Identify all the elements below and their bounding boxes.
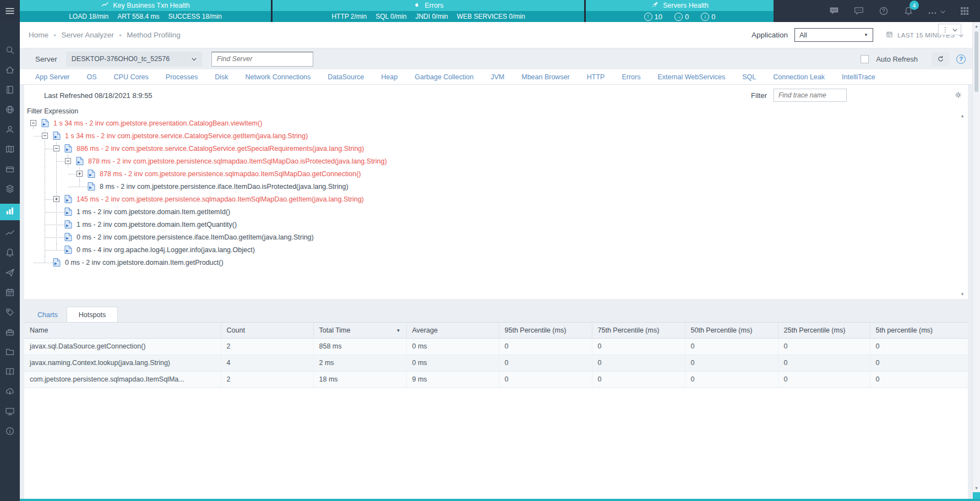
tree-node[interactable]: 0 ms - 2 inv com.jpetstore.domain.Item.g… <box>24 256 968 269</box>
scroll-down-arrow[interactable]: ▼ <box>973 486 980 490</box>
health-panel-key-business-txn-health[interactable]: Key Business Txn HealthLOAD 18/minART 55… <box>20 0 271 22</box>
column-header-5th-percentile-ms-[interactable]: 5th percentile (ms) <box>870 323 968 338</box>
tree-node[interactable]: 878 ms - 2 inv com.jpetstore.persistence… <box>24 155 968 167</box>
tab-garbage-collection[interactable]: Garbage Collection <box>415 73 473 81</box>
tab-http[interactable]: HTTP <box>587 73 605 81</box>
table-row[interactable]: com.jpetstore.persistence.sqlmapdao.Item… <box>24 371 968 388</box>
tree-node[interactable]: 145 ms - 2 inv com.jpetstore.persistence… <box>24 193 968 205</box>
refresh-button[interactable] <box>932 52 949 66</box>
sidebar-item-search[interactable] <box>0 45 20 57</box>
tab-processes[interactable]: Processes <box>166 73 198 81</box>
health-panel-errors[interactable]: ErrorsHTTP 2/minSQL 0/minJNDI 0/minWEB S… <box>273 0 584 22</box>
scrollbar-thumb[interactable] <box>974 31 978 92</box>
tab-intellitrace[interactable]: IntelliTrace <box>842 73 875 81</box>
collapse-minus-box[interactable] <box>42 133 48 139</box>
tree-node[interactable]: 0 ms - 2 inv com.jpetstore.persistence.i… <box>24 231 968 243</box>
tabs-overflow-button[interactable]: ⋮ <box>938 24 961 35</box>
tree-node[interactable]: 1 ms - 2 inv com.jpetstore.domain.Item.g… <box>24 205 968 218</box>
tree-node[interactable]: 0 ms - 4 inv org.apache.log4j.Logger.inf… <box>24 243 968 256</box>
more-options-button[interactable]: … <box>928 6 945 17</box>
collapse-minus-box[interactable] <box>53 145 59 151</box>
table-cell: 18 ms <box>313 371 406 388</box>
tree-node[interactable]: 8 ms - 2 inv com.jpetstore.persistence.i… <box>24 180 968 193</box>
sidebar-item-layers[interactable] <box>0 184 20 196</box>
column-header-count[interactable]: Count <box>221 323 313 338</box>
sidebar-item-globe[interactable] <box>0 105 20 117</box>
tab-hotspots[interactable]: Hotspots <box>67 307 118 322</box>
column-header-50th-percentile-ms-[interactable]: 50th Percentile (ms) <box>685 323 778 338</box>
tree-node[interactable]: 1 ms - 2 inv com.jpetstore.domain.Item.g… <box>24 218 968 231</box>
breadcrumb-item-home[interactable]: Home <box>29 31 48 39</box>
sidebar-item-alerts[interactable] <box>0 248 20 260</box>
table-row[interactable]: javax.sql.DataSource.getConnection()2858… <box>24 338 968 355</box>
tab-mbean-browser[interactable]: Mbean Browser <box>521 73 570 81</box>
sidebar-item-monitor[interactable] <box>0 406 20 418</box>
menu-icon[interactable] <box>0 0 20 22</box>
tab-datasource[interactable]: DataSource <box>328 73 364 81</box>
tab-network-connections[interactable]: Network Connections <box>245 73 311 81</box>
trace-filter-input[interactable] <box>774 89 847 102</box>
column-header-75th-percentile-ms-[interactable]: 75th Percentile (ms) <box>592 323 685 338</box>
tree-node[interactable]: 1 s 34 ms - 2 inv com.jpetstore.presenta… <box>24 117 968 129</box>
table-row[interactable]: javax.naming.Context.lookup(java.lang.St… <box>24 355 968 371</box>
sidebar-item-users[interactable] <box>0 124 20 137</box>
scroll-up-arrow[interactable]: ▲ <box>973 24 980 28</box>
chat-outline-icon[interactable] <box>853 6 864 17</box>
sidebar-item-send[interactable] <box>0 268 20 280</box>
sidebar-item-home[interactable] <box>0 65 20 77</box>
tab-connection-leak[interactable]: Connection Leak <box>773 73 825 81</box>
apps-grid-icon[interactable] <box>959 6 970 17</box>
help-icon[interactable] <box>878 6 889 17</box>
tab-cpu-cores[interactable]: CPU Cores <box>114 73 149 81</box>
tab-app-server[interactable]: App Server <box>35 73 70 81</box>
health-panel-servers-health[interactable]: Servers Health↑10→0↓0 <box>586 0 774 22</box>
collapse-minus-box[interactable] <box>30 120 36 126</box>
tab-charts[interactable]: Charts <box>37 308 58 322</box>
sidebar-item-info[interactable] <box>0 426 20 438</box>
collapse-minus-box[interactable] <box>65 158 71 164</box>
help-button[interactable]: ? <box>956 55 966 64</box>
page-scrollbar[interactable]: ▲ ▼ <box>972 22 980 501</box>
sidebar-item-cloud-download[interactable] <box>0 386 20 399</box>
find-server-input[interactable] <box>211 52 313 67</box>
tree-scroll-up-arrow[interactable]: ▲ <box>960 113 965 118</box>
column-header-95th-percentile-ms-[interactable]: 95th Percentile (ms) <box>499 323 592 338</box>
breadcrumb-item-server-analyzer[interactable]: Server Analyzer <box>61 31 113 39</box>
sidebar-item-catalog[interactable] <box>0 85 20 97</box>
tree-node-text: 0 ms - 2 inv com.jpetstore.persistence.i… <box>77 233 314 241</box>
sidebar-item-trend[interactable] <box>0 228 20 240</box>
tab-os[interactable]: OS <box>87 73 97 81</box>
expand-plus-box[interactable] <box>53 196 59 202</box>
server-select[interactable]: DESKTOP-376OHO0_tc_52576 <box>66 52 202 67</box>
tree-node[interactable]: 1 s 34 ms - 2 inv com.jpetstore.service.… <box>24 129 968 142</box>
notifications-bell-icon[interactable]: 4 <box>903 6 914 17</box>
sidebar-item-analytics[interactable] <box>0 204 20 220</box>
column-header-average[interactable]: Average <box>406 323 499 338</box>
sidebar-item-map[interactable] <box>0 144 20 156</box>
sidebar-item-tags[interactable] <box>0 307 20 319</box>
sidebar-item-calendar[interactable] <box>0 287 20 299</box>
sidebar-item-toolbox[interactable] <box>0 327 20 339</box>
tab-jvm[interactable]: JVM <box>491 73 504 81</box>
tab-heap[interactable]: Heap <box>381 73 398 81</box>
settings-gear-icon[interactable] <box>954 91 962 101</box>
sidebar-item-library[interactable] <box>0 367 20 379</box>
sidebar-item-wallet[interactable] <box>0 164 20 176</box>
column-header-25th-percentile-ms-[interactable]: 25th Percentile (ms) <box>778 323 870 338</box>
expand-plus-box[interactable] <box>77 171 83 177</box>
tab-external-webservices[interactable]: External WebServices <box>657 73 725 81</box>
column-header-total-time[interactable]: Total Time▼ <box>313 323 406 338</box>
chat-filled-icon[interactable] <box>829 6 840 17</box>
tab-errors[interactable]: Errors <box>622 73 640 81</box>
column-header-name[interactable]: Name <box>24 323 221 338</box>
tab-disk[interactable]: Disk <box>215 73 228 81</box>
table-cell: 0 <box>870 355 968 371</box>
auto-refresh-checkbox[interactable] <box>861 55 869 63</box>
application-select[interactable]: All ▼ <box>794 28 873 42</box>
table-cell: 0 <box>778 355 870 371</box>
tree-node[interactable]: 886 ms - 2 inv com.jpetstore.service.Cat… <box>24 142 968 155</box>
tab-sql[interactable]: SQL <box>742 73 756 81</box>
tree-node[interactable]: 878 ms - 2 inv com.jpetstore.persistence… <box>24 167 968 180</box>
tree-scroll-down-arrow[interactable]: ▼ <box>960 292 965 297</box>
sidebar-item-folder[interactable] <box>0 347 20 359</box>
